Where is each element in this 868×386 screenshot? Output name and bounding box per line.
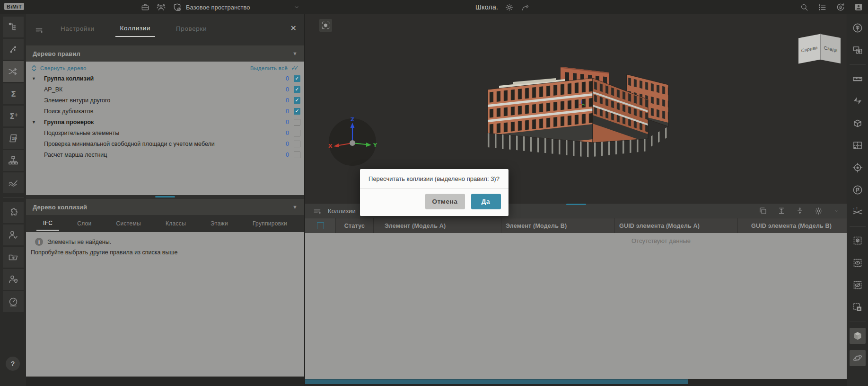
clear-selection-icon[interactable]: [850, 299, 866, 315]
rule-row[interactable]: Проверка минимальной свободной площади с…: [26, 138, 304, 149]
rule-checkbox[interactable]: [294, 141, 300, 147]
rule-row[interactable]: АР_ВК 0: [26, 84, 304, 95]
tab-collisions[interactable]: Коллизии: [115, 23, 155, 37]
rule-checkbox[interactable]: [294, 119, 300, 126]
collision-tree-header[interactable]: Дерево коллизий ▼: [26, 199, 304, 215]
rule-checkbox[interactable]: [294, 97, 300, 104]
scrollbar-thumb[interactable]: [305, 379, 688, 384]
select-all-checkbox[interactable]: [305, 218, 336, 233]
column-guid-b[interactable]: GUID элемента (Модель B): [738, 218, 847, 233]
team-icon[interactable]: [156, 2, 166, 12]
tab-layers[interactable]: Слои: [70, 217, 98, 230]
plugins-puzzle-icon[interactable]: [3, 202, 24, 223]
collapse-tree-link[interactable]: Свернуть дерево: [40, 65, 87, 71]
sheet-2d-icon[interactable]: 2D: [3, 128, 24, 149]
rule-row[interactable]: ▼ Группа проверок 0: [26, 117, 304, 127]
column-status[interactable]: Статус: [336, 218, 374, 233]
section-box-icon[interactable]: [850, 115, 866, 131]
table-menu-icon[interactable]: [313, 206, 322, 215]
flash-icon[interactable]: [850, 93, 866, 109]
panel-resize-handle[interactable]: [155, 196, 175, 197]
search-icon[interactable]: [799, 2, 809, 12]
view-cube[interactable]: Справа Сзади: [798, 34, 842, 63]
double-check-icon[interactable]: ✓✓: [291, 64, 299, 72]
flag-icon[interactable]: [850, 182, 866, 198]
view-cube-face-right[interactable]: Справа: [798, 34, 821, 63]
isolate-element-icon[interactable]: [850, 233, 866, 249]
locate-target-icon[interactable]: [850, 160, 866, 176]
environment-tree-icon[interactable]: [850, 20, 866, 36]
list-icon[interactable]: [817, 2, 827, 12]
row-height-icon[interactable]: [777, 206, 786, 215]
building-model[interactable]: [485, 54, 669, 163]
user-location-icon[interactable]: [3, 269, 24, 290]
tab-groupings[interactable]: Группировки: [246, 217, 294, 230]
panel-menu-icon[interactable]: [35, 26, 44, 35]
chevron-down-icon[interactable]: [833, 207, 840, 215]
collisions-icon[interactable]: [3, 61, 24, 82]
column-element-b[interactable]: Элемент (Модель B): [501, 218, 615, 233]
chevron-down-icon[interactable]: ▼: [292, 204, 298, 210]
axis-gizmo[interactable]: X Y Z: [326, 116, 378, 168]
rules-tree-header[interactable]: Дерево правил ▼: [26, 45, 304, 62]
section-cut-icon[interactable]: 12: [850, 204, 866, 220]
user-avatar-icon[interactable]: [853, 2, 863, 12]
tab-floors[interactable]: Этажи: [204, 217, 235, 230]
gauge-icon[interactable]: [3, 291, 24, 312]
tab-classes[interactable]: Классы: [159, 217, 193, 230]
select-all-link[interactable]: Выделить всё: [250, 65, 288, 71]
rule-row[interactable]: Подозрительные элементы 0: [26, 127, 304, 138]
help-button[interactable]: ?: [6, 357, 20, 371]
sum-plus-icon[interactable]: Σ+: [3, 106, 24, 126]
close-icon[interactable]: ✕: [290, 25, 297, 32]
notifications-icon[interactable]: [835, 2, 845, 12]
folder-import-icon[interactable]: [3, 247, 24, 268]
chevron-down-icon[interactable]: ▼: [292, 51, 298, 56]
model-tree-icon[interactable]: [3, 17, 24, 37]
rule-checkbox[interactable]: [294, 75, 300, 82]
chevron-down-icon[interactable]: ▼: [32, 120, 44, 125]
tab-checks[interactable]: Проверки: [171, 23, 211, 36]
confirm-button[interactable]: Да: [471, 194, 501, 209]
rule-checkbox[interactable]: [294, 130, 300, 136]
rule-row[interactable]: Расчет марша лестниц 0: [26, 149, 304, 160]
settings-gear-icon[interactable]: [504, 2, 514, 12]
share-icon[interactable]: [520, 2, 530, 12]
table-settings-gear-icon[interactable]: [814, 206, 823, 215]
sum-icon[interactable]: Σ: [3, 83, 24, 104]
rule-row[interactable]: Элемент внтури другого 0: [26, 95, 304, 106]
rule-checkbox[interactable]: [294, 108, 300, 115]
collapse-tree-icon[interactable]: [32, 65, 36, 72]
charts-waves-icon[interactable]: [3, 172, 24, 193]
collapse-rows-icon[interactable]: [796, 206, 804, 215]
solid-view-cube-icon[interactable]: [850, 328, 866, 344]
tab-ifc[interactable]: IFC: [36, 217, 59, 231]
tab-settings[interactable]: Настройки: [56, 23, 99, 36]
tab-systems[interactable]: Системы: [110, 217, 148, 230]
projects-briefcase-icon[interactable]: [140, 2, 150, 12]
cancel-button[interactable]: Отмена: [425, 194, 465, 209]
hide-element-icon[interactable]: [850, 277, 866, 293]
chevron-down-icon[interactable]: ▼: [32, 76, 44, 81]
table-resize-handle[interactable]: [566, 204, 586, 205]
ruler-icon[interactable]: [850, 71, 866, 87]
rule-row[interactable]: ▼ Группа коллизий 0: [26, 73, 304, 84]
collision-table: Коллизии Статус: [305, 204, 847, 386]
fit-to-view-button[interactable]: [319, 19, 332, 32]
floor-plan-icon[interactable]: [850, 137, 866, 153]
rule-checkbox[interactable]: [294, 152, 300, 158]
column-element-a[interactable]: Элемент (Модель A): [374, 218, 501, 233]
user-check-icon[interactable]: [3, 224, 24, 245]
show-element-icon[interactable]: [850, 255, 866, 271]
rule-checkbox[interactable]: [294, 86, 300, 93]
rule-row[interactable]: Поиск дубликатов 0: [26, 106, 304, 117]
select-elements-icon[interactable]: [850, 42, 866, 58]
nodes-icon[interactable]: [3, 39, 24, 60]
horizontal-scrollbar[interactable]: [305, 379, 847, 385]
workspace-select[interactable]: Базовое пространство: [181, 0, 305, 14]
structure-chart-icon[interactable]: [3, 150, 24, 171]
view-cube-face-back[interactable]: Сзади: [821, 34, 841, 63]
copy-icon[interactable]: [759, 206, 767, 215]
orbit-icon[interactable]: [850, 350, 866, 366]
column-guid-a[interactable]: GUID элемента (Модель A): [615, 218, 738, 233]
